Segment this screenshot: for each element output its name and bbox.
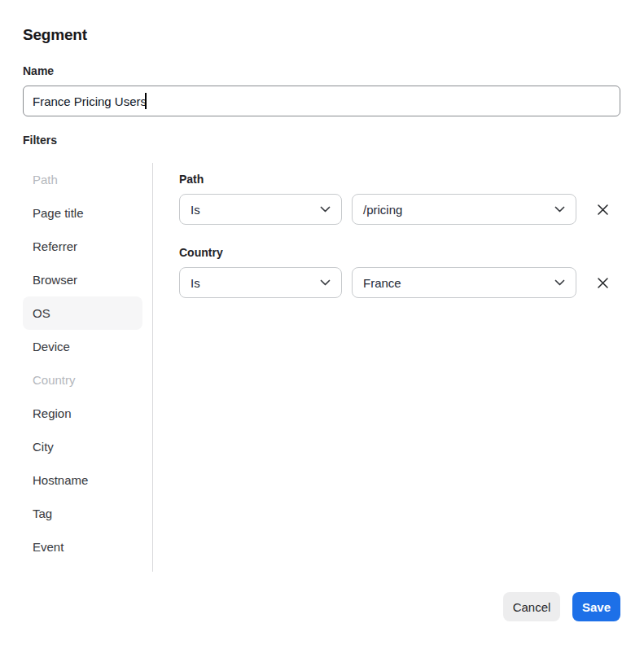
name-label: Name	[23, 64, 54, 77]
sidebar-item-hostname[interactable]: Hostname	[23, 463, 142, 497]
filter-row-label-path: Path	[179, 173, 204, 186]
operator-value: Is	[191, 203, 200, 217]
page-title: Segment	[23, 26, 87, 44]
sidebar-item-region[interactable]: Region	[23, 397, 142, 430]
chevron-down-icon	[320, 279, 331, 286]
chevron-down-icon	[320, 206, 331, 213]
sidebar-item-device[interactable]: Device	[23, 330, 142, 363]
chevron-down-icon	[554, 279, 565, 286]
remove-filter-button[interactable]	[590, 197, 615, 222]
sidebar-item-path: Path	[23, 163, 142, 196]
filter-value: France	[363, 276, 401, 290]
close-icon	[597, 277, 609, 289]
sidebar-item-tag[interactable]: Tag	[23, 497, 142, 530]
remove-filter-button[interactable]	[590, 270, 615, 295]
filter-row-country: Is France	[179, 267, 615, 298]
sidebar-item-os[interactable]: OS	[23, 296, 142, 330]
sidebar-item-page-title[interactable]: Page title	[23, 196, 142, 230]
filters-label: Filters	[23, 134, 57, 147]
sidebar-item-browser[interactable]: Browser	[23, 263, 142, 296]
name-input-wrap	[23, 86, 620, 116]
save-button[interactable]: Save	[572, 592, 620, 621]
operator-dropdown[interactable]: Is	[179, 267, 342, 298]
sidebar-item-referrer[interactable]: Referrer	[23, 230, 142, 263]
sidebar-item-country: Country	[23, 363, 142, 397]
close-icon	[597, 204, 609, 216]
value-dropdown[interactable]: France	[352, 267, 576, 298]
value-dropdown[interactable]: /pricing	[352, 194, 576, 225]
filter-row-path: Is /pricing	[179, 194, 615, 225]
operator-value: Is	[191, 276, 200, 290]
sidebar-divider	[152, 163, 153, 572]
text-caret	[145, 93, 147, 109]
filter-value: /pricing	[363, 203, 402, 217]
segment-name-input[interactable]	[23, 86, 620, 116]
filter-row-label-country: Country	[179, 246, 223, 259]
chevron-down-icon	[554, 206, 565, 213]
cancel-button[interactable]: Cancel	[503, 592, 560, 621]
operator-dropdown[interactable]: Is	[179, 194, 342, 225]
filter-attribute-sidebar: Path Page title Referrer Browser OS Devi…	[23, 163, 142, 564]
sidebar-item-city[interactable]: City	[23, 430, 142, 463]
sidebar-item-event[interactable]: Event	[23, 530, 142, 564]
